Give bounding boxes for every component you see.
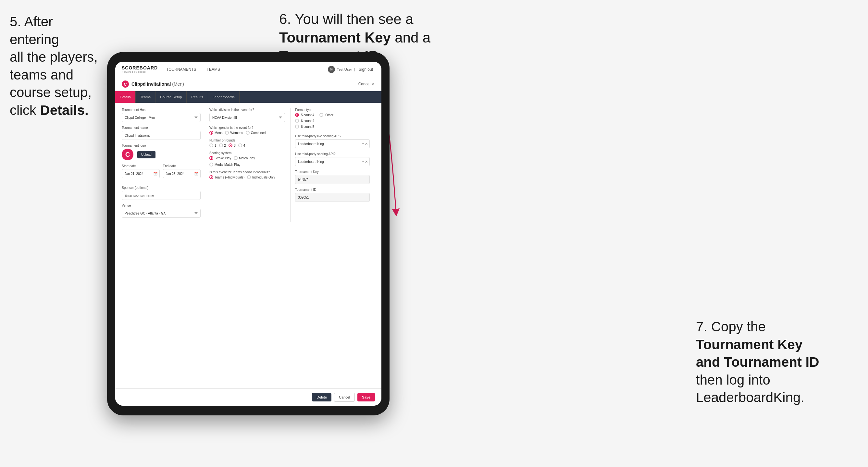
tab-details[interactable]: Details xyxy=(115,91,136,103)
api1-label: Use third-party live scoring API? xyxy=(295,134,370,138)
format-other-col: Other xyxy=(319,113,333,130)
app-logo-text: SCOREBOARD xyxy=(122,65,158,70)
tab-results[interactable]: Results xyxy=(187,91,208,103)
tournament-header: C Clippd Invitational (Men) Cancel ✕ xyxy=(115,77,381,91)
tab-leaderboards[interactable]: Leaderboards xyxy=(208,91,240,103)
name-label: Tournament name xyxy=(122,126,200,129)
radio-medal-match-circle xyxy=(209,163,213,166)
radio-stroke-circle xyxy=(209,156,213,160)
radio-womens-label: Womens xyxy=(230,131,243,135)
venue-select[interactable]: Peachtree GC - Atlanta - GA xyxy=(122,209,200,218)
start-date-input[interactable] xyxy=(122,169,160,178)
format-6count5[interactable]: 6 count 5 xyxy=(295,125,314,128)
api2-input[interactable] xyxy=(295,157,370,166)
form-col-2: Which division is the event for? NCAA Di… xyxy=(206,108,290,222)
tourney-id-group: Tournament ID 302051 xyxy=(295,188,370,202)
radio-combined-label: Combined xyxy=(251,131,266,135)
name-input[interactable] xyxy=(122,131,200,140)
host-select[interactable]: Clippd College - Men xyxy=(122,113,200,122)
radio-1-label: 1 xyxy=(215,144,217,147)
delete-button[interactable]: Delete xyxy=(312,393,332,401)
sponsor-input[interactable] xyxy=(122,191,200,200)
radio-5count4 xyxy=(295,113,299,117)
date-row: Start date 📅 End date 📅 xyxy=(122,164,200,182)
format-options-row: 5 count 4 6 count 4 6 count 5 xyxy=(295,113,370,130)
rounds-3[interactable]: 3 xyxy=(228,144,236,147)
gender-womens[interactable]: Womens xyxy=(225,131,243,135)
tourney-key-group: Tournament Key b4f6b7 xyxy=(295,170,370,184)
venue-group: Venue Peachtree GC - Atlanta - GA xyxy=(122,204,200,218)
api1-input[interactable] xyxy=(295,139,370,148)
radio-mens-circle xyxy=(209,131,213,135)
save-button[interactable]: Save xyxy=(358,393,375,401)
logo-preview: C xyxy=(122,149,133,160)
nav-tournaments[interactable]: TOURNAMENTS xyxy=(164,66,198,72)
radio-4-circle xyxy=(238,144,242,147)
rounds-2[interactable]: 2 xyxy=(219,144,226,147)
gender-combined[interactable]: Combined xyxy=(246,131,266,135)
logo-group: Tournament logo C Upload xyxy=(122,144,200,160)
api2-label: Use third-party scoring API? xyxy=(295,152,370,156)
scoring-group: Scoring system Stroke Play Match Play xyxy=(209,151,285,166)
format-5count4[interactable]: 5 count 4 xyxy=(295,113,314,117)
form-grid: Tournament Host Clippd College - Men Tou… xyxy=(122,108,375,222)
scoring-match[interactable]: Match Play xyxy=(234,156,255,160)
radio-2-label: 2 xyxy=(224,144,226,147)
api1-group: Use third-party live scoring API? ▾ ✕ xyxy=(295,134,370,148)
format-options-left: 5 count 4 6 count 4 6 count 5 xyxy=(295,113,314,130)
teams-radio-group: Teams (+Individuals) Individuals Only xyxy=(209,175,285,179)
name-group: Tournament name xyxy=(122,126,200,140)
logo-area: SCOREBOARD Powered by clippd xyxy=(122,65,158,73)
tab-course-setup[interactable]: Course Setup xyxy=(155,91,187,103)
api2-clear-icon[interactable]: ✕ xyxy=(365,160,368,164)
api2-group: Use third-party scoring API? ▾ ✕ xyxy=(295,152,370,166)
sign-out[interactable]: Sign out xyxy=(357,66,375,72)
form-footer: Delete Cancel Save xyxy=(115,388,381,406)
nav-teams[interactable]: TEAMS xyxy=(205,66,222,72)
radio-teams-circle xyxy=(209,175,213,179)
scoring-stroke[interactable]: Stroke Play xyxy=(209,156,231,160)
upload-button[interactable]: Upload xyxy=(137,151,155,158)
gender-mens[interactable]: Mens xyxy=(209,131,222,135)
api1-clear-icon[interactable]: ✕ xyxy=(365,142,368,146)
scoring-radio-group: Stroke Play Match Play Medal Match Play xyxy=(209,156,285,166)
end-date-label: End date xyxy=(163,164,201,168)
tourney-id-field: 302051 xyxy=(295,193,370,202)
individuals-only[interactable]: Individuals Only xyxy=(247,175,275,179)
footer-cancel-button[interactable]: Cancel xyxy=(334,393,355,402)
radio-womens-circle xyxy=(225,131,229,135)
sponsor-group: Sponsor (optional) xyxy=(122,186,200,200)
format-other[interactable]: Other xyxy=(319,113,333,117)
radio-3-label: 3 xyxy=(234,144,236,147)
rounds-4[interactable]: 4 xyxy=(238,144,245,147)
rounds-group: Number of rounds 1 2 xyxy=(209,138,285,147)
cancel-header-button[interactable]: Cancel ✕ xyxy=(359,82,375,86)
scoring-medal-match[interactable]: Medal Match Play xyxy=(209,163,240,166)
end-date-input[interactable] xyxy=(163,169,201,178)
radio-1-circle xyxy=(209,144,213,147)
tournament-logo-c: C xyxy=(122,81,129,88)
format-6count4[interactable]: 6 count 4 xyxy=(295,119,314,123)
venue-label: Venue xyxy=(122,204,200,207)
content-area: Tournament Host Clippd College - Men Tou… xyxy=(115,103,381,388)
division-select[interactable]: NCAA Division III xyxy=(209,113,285,122)
format-group: Format type 5 count 4 6 count 4 xyxy=(295,108,370,130)
user-avatar: SI xyxy=(328,66,335,73)
gender-label: Which gender is the event for? xyxy=(209,126,285,129)
radio-4-label: 4 xyxy=(244,144,245,147)
annotation-bottom-right-text: 7. Copy theTournament Keyand Tournament … xyxy=(696,319,819,405)
radio-medal-match-label: Medal Match Play xyxy=(215,163,240,166)
gender-group: Which gender is the event for? Mens Wome… xyxy=(209,126,285,135)
app-header: SCOREBOARD Powered by clippd TOURNAMENTS… xyxy=(115,62,381,77)
end-date-group: End date 📅 xyxy=(163,164,201,178)
tab-teams[interactable]: Teams xyxy=(136,91,155,103)
teams-plus-individuals[interactable]: Teams (+Individuals) xyxy=(209,175,244,179)
api1-chevron-icon: ▾ xyxy=(362,142,364,145)
tournament-title-row: C Clippd Invitational (Men) xyxy=(122,81,184,88)
api2-input-wrap: ▾ ✕ xyxy=(295,157,370,166)
teams-group: Is this event for Teams and/or Individua… xyxy=(209,170,285,179)
radio-6count4 xyxy=(295,119,299,123)
sponsor-label: Sponsor (optional) xyxy=(122,186,200,189)
tournament-title: Clippd Invitational (Men) xyxy=(131,82,184,87)
rounds-1[interactable]: 1 xyxy=(209,144,217,147)
